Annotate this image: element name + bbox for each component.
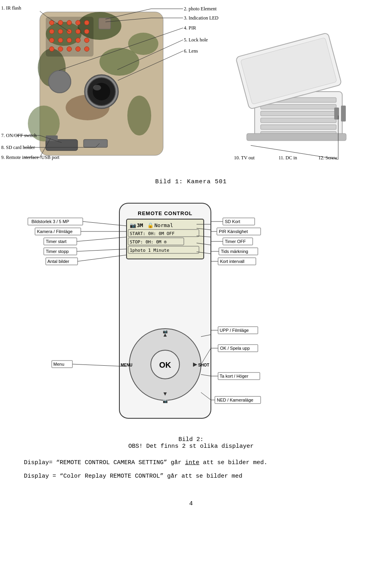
svg-text:Kort intervall: Kort intervall [220, 259, 244, 264]
svg-line-131 [197, 228, 211, 230]
svg-point-26 [58, 47, 63, 51]
svg-rect-50 [334, 108, 339, 120]
svg-line-77 [251, 145, 338, 159]
svg-point-3 [38, 49, 66, 87]
svg-text:8. SD card holder: 8. SD card holder [1, 145, 35, 150]
svg-line-55 [105, 9, 151, 19]
svg-line-106 [83, 221, 127, 226]
svg-line-61 [59, 28, 183, 71]
svg-line-136 [197, 236, 211, 237]
text-line2: Display = “Color Replay REMOTE CONTROL” … [24, 471, 358, 482]
svg-point-6 [128, 33, 158, 55]
svg-text:UPP / Filmläge: UPP / Filmläge [220, 328, 249, 333]
svg-point-35 [93, 83, 110, 100]
svg-point-24 [84, 38, 89, 43]
svg-text:START: 0H: 0M OFF: START: 0H: 0M OFF [130, 231, 175, 236]
svg-text:1. IR flash: 1. IR flash [1, 5, 21, 11]
svg-point-34 [88, 78, 115, 106]
svg-text:3M: 3M [137, 222, 143, 228]
svg-rect-142 [218, 258, 256, 265]
svg-text:12. Screw: 12. Screw [318, 155, 337, 161]
caption-1: Bild 1: Kamera 501 [0, 178, 382, 185]
remote-diagram-svg: REMOTE CONTROL 📷 3M 🔒 Normal START: 0H: … [0, 193, 382, 432]
svg-rect-156 [218, 372, 260, 380]
svg-rect-127 [217, 228, 261, 235]
svg-rect-46 [261, 131, 336, 136]
svg-text:Kamera / Filmläge: Kamera / Filmläge [37, 229, 72, 234]
svg-rect-110 [44, 238, 77, 245]
svg-text:Menu: Menu [53, 362, 64, 367]
svg-rect-83 [127, 219, 204, 259]
svg-rect-37 [46, 139, 78, 151]
svg-rect-104 [28, 218, 83, 225]
svg-point-4 [99, 48, 139, 76]
svg-line-163 [201, 392, 211, 400]
svg-text:SD Kort: SD Kort [225, 219, 240, 224]
svg-point-20 [49, 38, 54, 43]
svg-point-95 [151, 350, 179, 379]
svg-text:9. Remote interface /USB port: 9. Remote interface /USB port [1, 155, 60, 160]
svg-line-146 [197, 252, 211, 254]
svg-text:REMOTE CONTROL: REMOTE CONTROL [138, 210, 193, 216]
svg-line-115 [77, 249, 127, 251]
svg-text:NED / Kameraläge: NED / Kameraläge [217, 398, 253, 402]
svg-rect-40 [255, 92, 342, 139]
svg-text:OK / Spela upp: OK / Spela upp [220, 346, 250, 351]
svg-text:5. Lock hole: 5. Lock hole [184, 37, 208, 43]
svg-line-52 [46, 16, 70, 32]
remote-diagram: REMOTE CONTROL 📷 3M 🔒 Normal START: 0H: … [0, 193, 382, 432]
svg-text:Timer start: Timer start [46, 239, 66, 244]
underline-inte: inte [185, 459, 199, 466]
svg-text:📷: 📷 [163, 329, 168, 334]
svg-text:Timer stopp: Timer stopp [46, 249, 69, 254]
svg-text:▼: ▼ [162, 390, 168, 397]
svg-line-121 [72, 364, 127, 367]
svg-point-29 [84, 47, 89, 51]
svg-point-16 [58, 29, 63, 34]
svg-point-32 [49, 71, 71, 93]
svg-point-2 [78, 12, 121, 40]
svg-rect-41 [261, 98, 336, 102]
svg-point-14 [84, 20, 89, 25]
svg-line-141 [197, 243, 211, 245]
svg-point-31 [49, 71, 71, 93]
svg-text:SHOT: SHOT [198, 363, 209, 367]
svg-text:11. DC in: 11. DC in [279, 155, 297, 161]
svg-point-21 [58, 38, 63, 43]
svg-text:2. photo Element: 2. photo Element [184, 6, 217, 12]
svg-rect-49 [247, 133, 346, 141]
svg-rect-48 [240, 37, 337, 104]
svg-rect-90 [128, 238, 184, 245]
svg-line-155 [201, 348, 211, 365]
svg-text:10. TV out: 10. TV out [234, 155, 255, 161]
svg-point-12 [67, 20, 72, 25]
caption-2: Bild 2: OBS! Det finns 2 st olika displa… [0, 436, 382, 450]
svg-line-118 [78, 255, 127, 261]
svg-rect-42 [261, 104, 336, 109]
svg-rect-160 [215, 396, 261, 404]
svg-line-73 [40, 138, 51, 157]
svg-rect-122 [223, 218, 255, 225]
svg-line-67 [40, 135, 62, 143]
svg-rect-119 [52, 361, 72, 368]
page-number: 4 [0, 492, 382, 511]
svg-line-65 [118, 51, 183, 80]
svg-line-112 [77, 237, 127, 241]
svg-line-58 [105, 18, 151, 22]
svg-line-70 [96, 143, 99, 147]
text-line1: Display= “REMOTE CONTROL CAMERA SETTING”… [24, 458, 358, 468]
svg-text:📷: 📷 [163, 398, 168, 404]
svg-rect-47 [236, 33, 342, 110]
svg-point-13 [76, 20, 80, 25]
svg-point-23 [76, 38, 80, 43]
svg-text:STOP: 0H: 0M ®: STOP: 0H: 0M ® [130, 239, 167, 245]
svg-line-63 [117, 40, 183, 70]
svg-point-17 [67, 29, 72, 34]
svg-text:3. Indication LED: 3. Indication LED [184, 15, 218, 21]
svg-text:7. ON/OFF switch: 7. ON/OFF switch [1, 133, 37, 138]
svg-point-18 [76, 29, 80, 34]
svg-rect-51 [341, 106, 346, 122]
svg-rect-38 [84, 139, 107, 147]
svg-point-10 [49, 20, 54, 25]
svg-point-11 [58, 20, 63, 25]
